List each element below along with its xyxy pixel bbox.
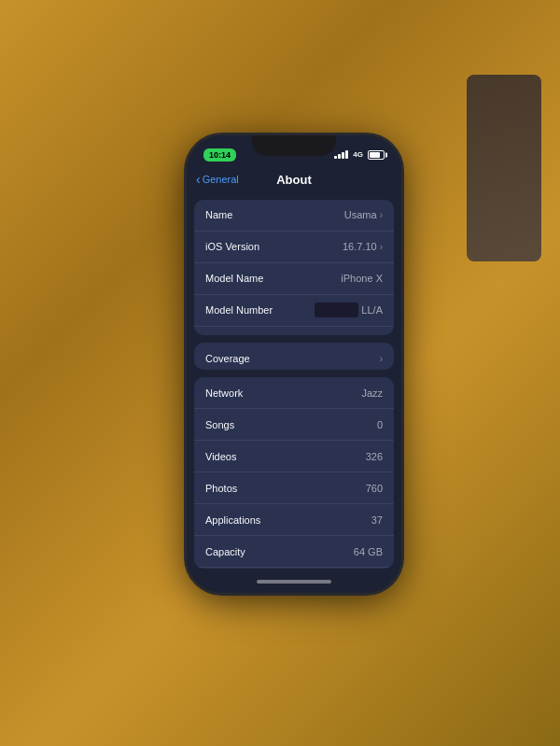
capacity-row: Capacity 64 GB — [194, 536, 394, 568]
model-name-row: Model Name iPhone X — [194, 263, 394, 295]
applications-value: 37 — [371, 514, 383, 526]
songs-value: 0 — [377, 419, 383, 430]
serial-number-value: ████████ — [310, 335, 383, 336]
signal-bar-2 — [338, 154, 341, 159]
photos-label: Photos — [205, 483, 237, 494]
ios-chevron-icon: › — [380, 242, 383, 252]
songs-label: Songs — [205, 419, 234, 430]
network-value: Jazz — [361, 387, 383, 399]
phone-notch — [252, 135, 336, 156]
model-number-row: Model Number ████ LL/A — [194, 295, 394, 327]
coverage-row[interactable]: Coverage › — [194, 343, 394, 370]
phone: 10:14 4G ‹ G — [187, 135, 401, 593]
photos-value: 760 — [366, 483, 383, 494]
ios-version-label: iOS Version — [205, 241, 259, 252]
menu-card — [467, 75, 541, 261]
serial-number-redacted: ████████ — [310, 335, 383, 336]
model-number-value: ████ LL/A — [315, 303, 383, 317]
ios-version-value: 16.7.10 › — [343, 241, 383, 252]
back-label: General — [203, 174, 239, 185]
videos-row: Videos 326 — [194, 441, 394, 472]
model-name-label: Model Name — [205, 273, 263, 284]
signal-bar-3 — [342, 152, 344, 159]
home-indicator[interactable] — [187, 574, 401, 593]
capacity-value: 64 GB — [354, 546, 383, 557]
name-row[interactable]: Name Usama › — [194, 200, 394, 232]
name-label: Name — [205, 209, 232, 220]
videos-label: Videos — [205, 451, 236, 462]
status-right: 4G — [334, 150, 385, 160]
model-number-redacted: ████ — [315, 303, 358, 317]
photos-row: Photos 760 — [194, 472, 394, 504]
network-row: Network Jazz — [194, 377, 394, 409]
phone-screen: 10:14 4G ‹ G — [187, 135, 401, 593]
songs-row: Songs 0 — [194, 409, 394, 441]
content-area: Name Usama › iOS Version 16.7.10 › — [187, 194, 401, 574]
network-type: 4G — [353, 150, 363, 159]
device-info-section: Name Usama › iOS Version 16.7.10 › — [194, 200, 394, 336]
applications-row: Applications 37 — [194, 504, 394, 536]
coverage-chevron-icon: › — [380, 354, 383, 364]
capacity-label: Capacity — [205, 546, 245, 557]
model-name-value: iPhone X — [341, 273, 383, 284]
back-chevron-icon: ‹ — [196, 173, 201, 186]
page-title: About — [276, 173, 312, 187]
ios-version-row[interactable]: iOS Version 16.7.10 › — [194, 232, 394, 263]
network-label: Network — [205, 387, 243, 399]
videos-value: 326 — [366, 451, 383, 462]
battery-fill — [370, 152, 380, 158]
serial-number-row: Serial Number ████████ — [194, 327, 394, 336]
back-button[interactable]: ‹ General — [196, 173, 239, 186]
name-value: Usama › — [344, 209, 383, 220]
coverage-label: Coverage — [205, 353, 250, 364]
signal-bar-1 — [334, 156, 337, 159]
applications-label: Applications — [205, 514, 260, 526]
stats-section: Network Jazz Songs 0 Videos 326 Photos 7… — [194, 377, 394, 568]
model-number-label: Model Number — [205, 304, 273, 316]
home-bar — [257, 580, 331, 584]
name-chevron-icon: › — [380, 210, 383, 220]
signal-bars — [334, 150, 348, 159]
battery-icon — [368, 150, 385, 160]
signal-bar-4 — [345, 150, 348, 159]
scene: 10:14 4G ‹ G — [0, 0, 560, 746]
status-time: 10:14 — [203, 148, 236, 162]
coverage-section: Coverage › — [194, 343, 394, 370]
nav-bar: ‹ General About — [187, 169, 401, 194]
